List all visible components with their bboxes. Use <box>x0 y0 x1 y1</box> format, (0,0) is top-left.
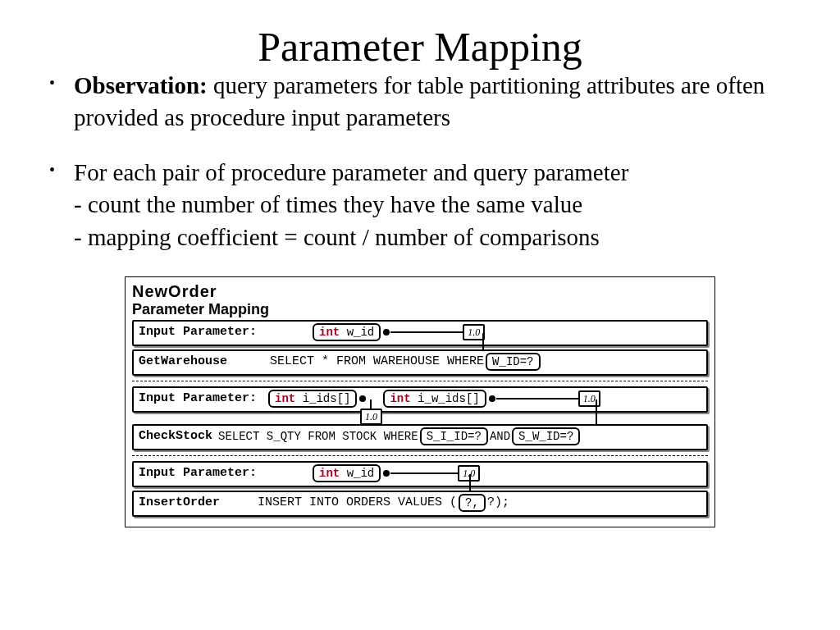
divider <box>132 381 708 381</box>
bullet-observation: Observation: query parameters for table … <box>74 70 791 134</box>
query-param-box: ?, <box>459 494 486 512</box>
param-w-id: int w_id <box>313 323 381 341</box>
coef-badge-mid: 1.0 <box>360 409 382 425</box>
query-param-box: W_ID=? <box>486 353 540 371</box>
procedure-name: NewOrder <box>132 282 708 301</box>
input-label: Input Parameter: <box>139 323 257 341</box>
mapping-diagram: NewOrder Parameter Mapping Input Paramet… <box>125 276 715 527</box>
input-label: Input Parameter: <box>139 390 257 408</box>
query-row-checkstock: CheckStock SELECT S_QTY FROM STOCK WHERE… <box>132 424 708 450</box>
divider <box>132 455 708 456</box>
query-label: InsertOrder <box>139 494 220 512</box>
connector-dot <box>359 395 366 402</box>
slide-title: Parameter Mapping <box>49 25 791 70</box>
connector-line <box>390 331 463 333</box>
diagram-subtitle: Parameter Mapping <box>132 301 708 318</box>
bullet-list: Observation: query parameters for table … <box>49 70 791 253</box>
input-row-2: Input Parameter: int i_ids[] int i_w_ids… <box>132 386 708 413</box>
connector-dot <box>383 470 390 477</box>
connector-line <box>496 398 578 399</box>
query-text-pre: INSERT INTO ORDERS VALUES ( <box>258 494 457 512</box>
observation-label: Observation: <box>74 72 208 98</box>
bullet2-line1: For each pair of procedure parameter and… <box>74 157 791 189</box>
param-i-ids: int i_ids[] <box>268 390 357 408</box>
bullet2-line3: - mapping coefficient = count / number o… <box>74 221 791 253</box>
bullet2-line2: - count the number of times they have th… <box>74 189 791 221</box>
query-row-insertorder: InsertOrder INSERT INTO ORDERS VALUES ( … <box>132 491 708 517</box>
query-label: CheckStock <box>139 427 212 445</box>
section-insertorder: Input Parameter: int w_id 1.0 InsertOrde… <box>132 461 708 517</box>
query-param-box: S_I_ID=? <box>420 427 488 445</box>
input-label: Input Parameter: <box>139 464 257 482</box>
connector-dot <box>383 329 390 336</box>
query-text-pre: SELECT S_QTY FROM STOCK WHERE <box>218 427 418 445</box>
param-i-w-ids: int i_w_ids[] <box>383 390 486 408</box>
input-row-1: Input Parameter: int w_id 1.0 <box>132 320 708 346</box>
bullet-procedure: For each pair of procedure parameter and… <box>74 157 791 253</box>
query-row-getwarehouse: GetWarehouse SELECT * FROM WAREHOUSE WHE… <box>132 349 708 376</box>
query-param-box: S_W_ID=? <box>512 427 580 445</box>
query-and: AND <box>490 427 510 445</box>
connector-dot <box>489 395 495 402</box>
section-getwarehouse: Input Parameter: int w_id 1.0 GetWarehou… <box>132 320 708 376</box>
param-w-id-2: int w_id <box>313 464 381 482</box>
section-checkstock: Input Parameter: int i_ids[] int i_w_ids… <box>132 386 708 450</box>
input-row-3: Input Parameter: int w_id 1.0 <box>132 461 708 487</box>
query-text-pre: SELECT * FROM WAREHOUSE WHERE <box>270 353 484 371</box>
query-label: GetWarehouse <box>139 353 227 371</box>
query-text-post: ?); <box>487 494 509 512</box>
connector-line <box>390 472 458 474</box>
slide: Parameter Mapping Observation: query par… <box>0 0 840 536</box>
